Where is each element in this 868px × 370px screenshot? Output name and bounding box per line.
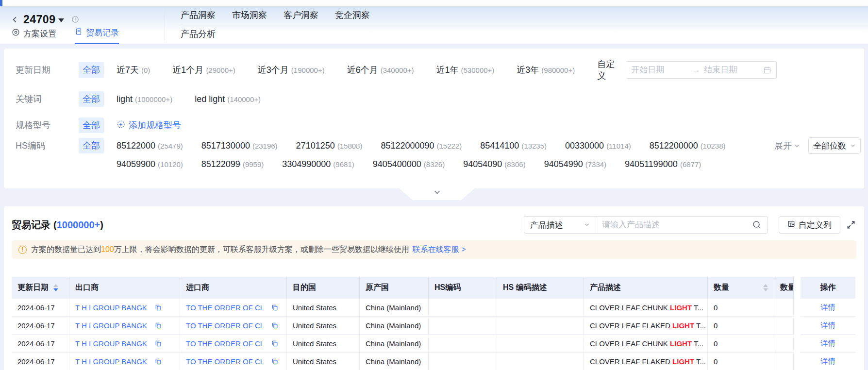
option-hs-code[interactable]: 8517130000(23196) (201, 141, 278, 151)
details-link[interactable]: 详情 (821, 303, 835, 311)
option-count: (7334) (585, 160, 606, 168)
hs-code-all-chip[interactable]: 全部 (79, 138, 104, 153)
update-date-all-chip[interactable]: 全部 (79, 62, 104, 78)
cell-action: 详情 (801, 317, 855, 335)
sort-control[interactable] (763, 284, 768, 291)
cell-destination: United States (287, 317, 360, 335)
details-link[interactable]: 详情 (821, 339, 835, 347)
option-keyword-led-light[interactable]: led light(140000+) (195, 94, 261, 104)
copy-icon[interactable] (155, 322, 162, 329)
back-icon[interactable] (11, 16, 19, 24)
option-last-1-year[interactable]: 近1年(530000+) (436, 64, 495, 76)
copy-icon[interactable] (155, 358, 162, 365)
option-count: (8326) (424, 160, 445, 168)
option-hs-code[interactable]: 85414100(13235) (480, 141, 547, 151)
chevron-down-icon (794, 143, 800, 149)
cell-exporter: T H I GROUP BANGK (69, 335, 180, 353)
option-hs-code[interactable]: 94054990(7334) (544, 159, 606, 169)
option-hs-code[interactable]: 3304990000(9681) (282, 159, 354, 169)
option-hs-code[interactable]: 94051199000(6877) (625, 159, 701, 169)
sort-caret-down-icon (53, 288, 58, 291)
option-hs-code[interactable]: 00330000(11014) (565, 141, 631, 151)
contact-support-link[interactable]: 联系在线客服 > (413, 245, 466, 255)
customize-columns-button[interactable]: 自定义列 (779, 216, 840, 234)
option-hs-code[interactable]: 8512200000(10238) (650, 141, 726, 151)
option-hs-code[interactable]: 27101250(15808) (296, 141, 363, 151)
search-icon[interactable] (752, 220, 762, 230)
plan-settings-icon (12, 28, 20, 39)
option-last-3-months[interactable]: 近3个月(190000+) (258, 64, 325, 76)
tab-trade-records[interactable]: 贸易记录 (75, 27, 119, 44)
cell-action: 详情 (801, 299, 855, 317)
filter-row-hs-code-line2: 94059900(10120) 85122099(9959) 330499000… (117, 155, 777, 173)
spec-all-chip[interactable]: 全部 (79, 118, 104, 133)
filter-row-spec: 规格型号 全部 添加规格型号 (16, 117, 777, 134)
cell-product: CLOVER LEAF FLAKED LIGHT T... (584, 317, 708, 335)
importer-link[interactable]: TO THE ORDER OF CL (186, 303, 264, 312)
option-text: 8512200000 (650, 141, 698, 151)
option-count: (190000+) (291, 66, 325, 74)
date-range-picker[interactable]: → (626, 61, 777, 79)
option-last-7-days[interactable]: 近7天(0) (117, 64, 150, 76)
title-caret-down-icon[interactable] (58, 18, 64, 22)
nav-product-analysis[interactable]: 产品分析 (181, 28, 216, 40)
add-spec-button[interactable]: 添加规格型号 (117, 119, 181, 131)
nav-market-insight[interactable]: 市场洞察 (232, 9, 267, 21)
tab-plan-settings[interactable]: 方案设置 (12, 27, 56, 44)
cell-importer: TO THE ORDER OF CL (180, 299, 287, 317)
exporter-link[interactable]: T H I GROUP BANGK (75, 303, 147, 312)
details-link[interactable]: 详情 (821, 321, 835, 329)
end-date-input[interactable] (704, 65, 761, 75)
nav-competitor-insight[interactable]: 竞企洞察 (335, 9, 370, 21)
option-last-3-years[interactable]: 近3年(980000+) (517, 64, 575, 76)
column-header-quantity[interactable]: 数量 (708, 277, 774, 299)
copy-icon[interactable] (271, 322, 278, 329)
importer-link[interactable]: TO THE ORDER OF CL (186, 357, 264, 366)
details-link[interactable]: 详情 (821, 357, 835, 365)
exporter-link[interactable]: T H I GROUP BANGK (75, 339, 147, 348)
trade-section-controls: 产品描述 自定义列 (524, 216, 856, 234)
hs-code-options-line2: 94059900(10120) 85122099(9959) 330499000… (117, 159, 701, 169)
sort-control[interactable] (53, 284, 58, 291)
option-keyword-light[interactable]: light(1000000+) (117, 94, 172, 104)
trade-records-table: 更新日期 出口商 进口商 目的国 原产国 HS编码 HS 编码描述 产品描述 数… (12, 277, 855, 370)
option-text: 近3个月 (258, 64, 289, 76)
collapse-filters-tab[interactable] (399, 188, 475, 200)
option-hs-code[interactable]: 94054090(8306) (463, 159, 525, 169)
option-hs-code[interactable]: 85122000090(15222) (381, 141, 462, 151)
nav-customer-insight[interactable]: 客户洞察 (284, 9, 318, 21)
copy-icon[interactable] (271, 358, 278, 365)
option-hs-code[interactable]: 9405400000(8326) (373, 159, 445, 169)
option-hs-code[interactable]: 85122099(9959) (201, 159, 264, 169)
option-last-6-months[interactable]: 近6个月(340000+) (347, 64, 414, 76)
option-hs-code[interactable]: 85122000(25479) (117, 141, 183, 151)
copy-icon[interactable] (155, 340, 162, 347)
column-header-action: 操作 (801, 277, 855, 299)
search-input[interactable] (602, 220, 752, 230)
cell-importer: TO THE ORDER OF CL (180, 335, 287, 353)
keyword-all-chip[interactable]: 全部 (79, 91, 104, 107)
column-header-update-date[interactable]: 更新日期 (12, 277, 69, 299)
scrollbar-gutter (794, 335, 801, 353)
start-date-input[interactable] (631, 65, 688, 75)
plan-title[interactable]: 24709 (23, 13, 55, 26)
importer-link[interactable]: TO THE ORDER OF CL (186, 339, 264, 348)
copy-icon[interactable] (155, 304, 162, 311)
importer-link[interactable]: TO THE ORDER OF CL (186, 321, 264, 330)
fullscreen-icon[interactable] (846, 219, 856, 230)
option-count: (1000000+) (135, 95, 172, 103)
option-count: (10238) (701, 142, 726, 150)
nav-product-insight[interactable]: 产品洞察 (181, 9, 216, 21)
expand-hs-list-toggle[interactable]: 展开 (774, 140, 800, 151)
custom-date-option[interactable]: 自定义 (597, 58, 621, 82)
option-hs-code[interactable]: 94059900(10120) (117, 159, 183, 169)
option-last-1-month[interactable]: 近1个月(29000+) (172, 64, 235, 76)
chevron-down-icon (850, 143, 856, 149)
search-field-select[interactable]: 产品描述 (524, 217, 596, 233)
exporter-link[interactable]: T H I GROUP BANGK (75, 321, 147, 330)
hs-digits-select[interactable]: 全部位数 (808, 137, 861, 154)
copy-icon[interactable] (271, 304, 278, 311)
copy-icon[interactable] (271, 340, 278, 347)
exporter-link[interactable]: T H I GROUP BANGK (75, 357, 147, 366)
info-icon[interactable] (71, 16, 79, 23)
